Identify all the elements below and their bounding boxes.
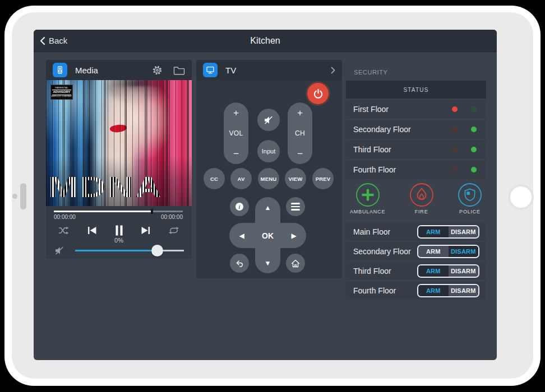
settings-gear-icon[interactable] [152,65,163,76]
arrow-down-icon: ▼ [265,259,271,267]
shield-icon [458,183,482,207]
list-button[interactable] [286,197,305,216]
ok-button[interactable]: OK [255,223,280,248]
mute-icon[interactable] [55,246,64,255]
floor-label: Main Floor [353,227,390,236]
media-panel: Media [46,60,192,259]
tablet-device: Back Kitchen Media [0,0,545,392]
app-screen: Back Kitchen Media [34,30,497,360]
chevron-right-icon[interactable] [331,67,335,74]
tv-panel-header[interactable]: TV [196,60,342,80]
disarm-button[interactable]: DISARM [449,246,479,257]
arm-disarm-toggle: ARM DISARM [417,264,479,278]
pause-icon [115,225,123,236]
arm-row: Fourth Floor ARM DISARM [346,281,486,300]
volume-slider[interactable] [75,250,184,251]
arm-disarm-toggle: ARM DISARM [417,245,479,258]
next-track-button[interactable] [141,226,150,235]
floor-label: Fourth Floor [353,165,396,174]
red-indicator [452,167,458,172]
dpad-down-button[interactable]: ▼ [255,254,280,272]
volume-thumb[interactable] [151,245,163,256]
arm-button[interactable]: ARM [418,226,449,237]
volume-rocker-label: VOL [229,129,243,137]
police-button[interactable]: POLICE [458,183,482,218]
volume-fill [75,250,157,251]
status-row: First Floor [346,100,486,119]
device-home-button[interactable] [508,184,534,210]
channel-rocker: + CH − [288,102,312,164]
disarm-button[interactable]: DISARM [449,285,479,296]
view-button[interactable]: VIEW [285,168,306,189]
floor-label: Third Floor [353,145,391,154]
home-icon [290,259,301,268]
channel-rocker-label: CH [295,129,305,137]
info-icon: i [235,203,243,211]
remaining-time: 00:00:00 [161,214,183,220]
emergency-buttons: AMBULANCE FIRE [346,183,486,218]
prev-button[interactable]: PREV [312,168,334,189]
tv-mute-button[interactable] [257,109,280,131]
input-button[interactable]: Input [257,140,280,162]
arrow-up-icon: ▲ [265,204,271,212]
side-switch[interactable] [20,183,26,209]
arm-disarm-toggle: ARM DISARM [417,225,479,239]
status-header: STATUS [346,81,486,99]
floor-label: Secondary Floor [353,247,411,256]
disarm-button[interactable]: DISARM [449,265,479,277]
fire-button[interactable]: FIRE [409,183,434,218]
security-panel: SECURITY STATUS First Floor Secondary Fl… [346,60,486,300]
green-indicator [471,147,477,152]
return-button[interactable] [230,254,249,273]
status-row: Secondary Floor [346,120,486,139]
volume-down-button[interactable]: − [233,149,239,158]
arm-button[interactable]: ARM [418,265,449,277]
floor-label: Secondary Floor [353,125,411,134]
menu-button[interactable]: MENU [258,168,279,189]
red-indicator [452,147,458,152]
shuffle-button[interactable] [58,226,70,235]
power-icon [313,88,324,99]
back-label: Back [49,36,67,45]
channel-up-button[interactable]: + [297,108,303,118]
floor-label: Fourth Floor [353,286,396,295]
status-row: Fourth Floor [346,160,486,179]
progress-bar[interactable] [54,211,183,212]
tv-panel: TV + VOL − [196,60,342,278]
repeat-button[interactable] [168,226,179,235]
return-arrow-icon [235,260,243,267]
back-button[interactable]: Back [40,30,67,52]
power-button[interactable] [307,83,329,104]
disarm-button[interactable]: DISARM [449,226,479,237]
flame-icon [409,183,434,207]
home-button[interactable] [286,254,305,273]
progress-handle[interactable] [151,209,153,214]
chevron-left-icon [40,36,45,45]
album-artwork: PARENTAL ADVISORY EXPLICIT CONTENT MDNA [46,80,192,206]
previous-track-button[interactable] [87,226,97,235]
dpad-up-button[interactable]: ▲ [255,199,280,217]
tv-panel-title: TV [225,66,236,75]
pause-button[interactable] [115,225,123,236]
arm-disarm-list: Main Floor ARM DISARM Secondary Floor AR… [346,222,486,300]
info-button[interactable]: i [230,197,249,216]
cc-button[interactable]: CC [204,168,225,189]
channel-down-button[interactable]: − [297,149,303,158]
arm-button[interactable]: ARM [418,285,449,296]
av-button[interactable]: AV [230,168,252,189]
volume-up-button[interactable]: + [233,108,239,118]
red-indicator [452,127,458,132]
page-title: Kitchen [34,30,497,52]
arm-disarm-toggle: ARM DISARM [417,284,479,297]
arm-row: Secondary Floor ARM DISARM [346,242,486,260]
dpad-left-button[interactable]: ◀ [231,223,252,248]
speaker-app-icon [53,63,67,77]
plus-icon [355,183,380,207]
dpad-right-button[interactable]: ▶ [283,223,304,248]
ambulance-button[interactable]: AMBULANCE [350,183,385,218]
arm-row: Third Floor ARM DISARM [346,262,486,280]
arm-button[interactable]: ARM [418,246,449,257]
green-indicator [471,167,477,172]
floor-label: Third Floor [353,267,391,276]
folder-icon[interactable] [173,66,185,75]
